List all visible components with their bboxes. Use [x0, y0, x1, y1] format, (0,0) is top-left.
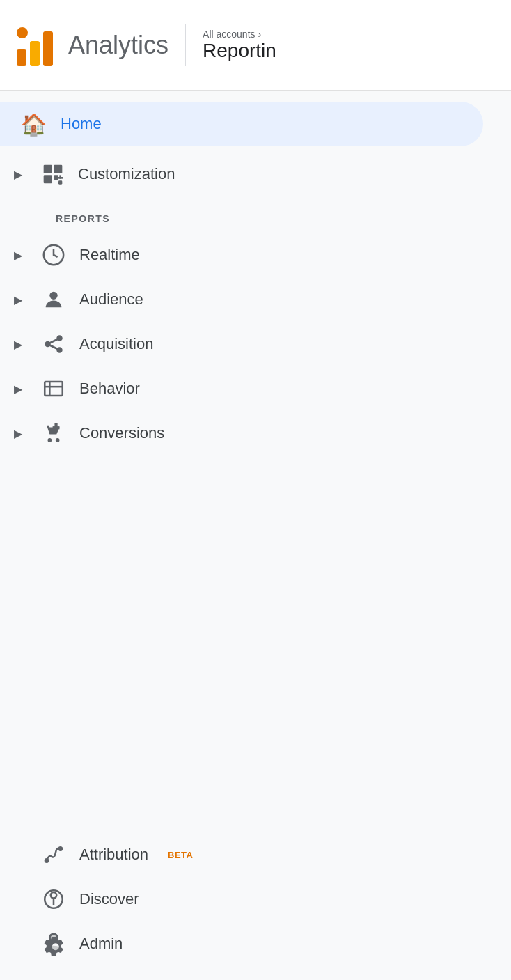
admin-icon	[42, 932, 65, 956]
sidebar-item-conversions[interactable]: ▶ Conversions	[0, 411, 511, 456]
reports-section-header: REPORTS	[0, 196, 511, 233]
svg-rect-2	[44, 175, 52, 183]
all-accounts-label: All accounts	[203, 29, 255, 40]
svg-rect-1	[54, 165, 62, 173]
customization-label: Customization	[78, 165, 175, 183]
sidebar-item-customization[interactable]: ▶ Customization	[0, 152, 511, 196]
attribution-label: Attribution	[79, 846, 148, 864]
realtime-icon	[42, 243, 65, 267]
sidebar-item-admin[interactable]: Admin	[0, 921, 511, 966]
acquisition-icon	[42, 332, 65, 356]
svg-point-11	[58, 348, 62, 352]
conversions-icon	[42, 421, 65, 445]
red-arrow-annotation	[0, 916, 7, 972]
svg-point-8	[49, 292, 57, 300]
expand-arrow-behavior: ▶	[14, 382, 22, 396]
page-layout: Analytics All accounts › Reportin 🏠 Home…	[0, 0, 511, 980]
svg-line-12	[49, 339, 57, 343]
admin-label: Admin	[79, 935, 123, 953]
sidebar-item-audience[interactable]: ▶ Audience	[0, 277, 511, 322]
expand-arrow-conversions: ▶	[14, 427, 22, 440]
bottom-padding	[0, 966, 511, 980]
sidebar-item-realtime[interactable]: ▶ Realtime	[0, 233, 511, 277]
sidebar-item-attribution[interactable]: Attribution BETA	[0, 832, 511, 877]
reporting-label: Reportin	[203, 40, 276, 62]
logo-area: Analytics	[17, 24, 168, 66]
all-accounts-link[interactable]: All accounts ›	[203, 29, 276, 40]
home-icon: 🏠	[21, 112, 47, 137]
audience-icon	[42, 288, 65, 311]
chevron-icon: ›	[258, 29, 262, 40]
discover-label: Discover	[79, 890, 139, 908]
expand-arrow-acquisition: ▶	[14, 338, 22, 351]
svg-line-13	[49, 345, 57, 349]
svg-point-22	[51, 892, 57, 899]
customization-icon	[42, 163, 64, 185]
behavior-icon	[42, 377, 65, 400]
svg-rect-14	[45, 382, 63, 396]
account-info: All accounts › Reportin	[203, 29, 276, 62]
audience-label: Audience	[79, 290, 143, 309]
svg-rect-18	[53, 426, 60, 429]
spacer	[0, 456, 511, 832]
header-divider	[185, 24, 186, 66]
attribution-icon	[42, 843, 65, 866]
expand-arrow-customization: ▶	[14, 168, 22, 181]
beta-badge: BETA	[168, 850, 193, 860]
sidebar-item-behavior[interactable]: ▶ Behavior	[0, 366, 511, 411]
conversions-label: Conversions	[79, 424, 164, 442]
app-title: Analytics	[68, 31, 168, 60]
svg-point-10	[58, 336, 62, 341]
svg-rect-0	[44, 165, 52, 173]
sidebar: 🏠 Home ▶ Customization REPORTS	[0, 91, 511, 980]
behavior-label: Behavior	[79, 380, 140, 398]
expand-arrow-audience: ▶	[14, 293, 22, 306]
discover-icon	[42, 887, 65, 911]
acquisition-label: Acquisition	[79, 335, 153, 353]
realtime-label: Realtime	[79, 246, 140, 264]
sidebar-item-acquisition[interactable]: ▶ Acquisition	[0, 322, 511, 366]
expand-arrow-realtime: ▶	[14, 249, 22, 262]
header: Analytics All accounts › Reportin	[0, 0, 511, 91]
svg-point-19	[45, 859, 48, 862]
sidebar-item-home[interactable]: 🏠 Home	[0, 102, 483, 146]
analytics-logo	[17, 24, 58, 66]
sidebar-item-discover[interactable]: Discover	[0, 877, 511, 921]
svg-point-9	[46, 342, 50, 346]
home-label: Home	[61, 115, 102, 133]
svg-rect-3	[58, 180, 62, 184]
svg-point-20	[59, 847, 62, 850]
